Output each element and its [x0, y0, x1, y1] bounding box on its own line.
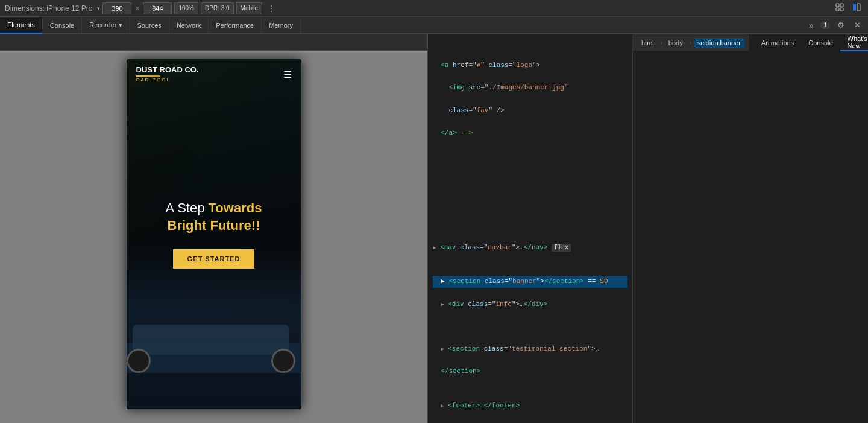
- preview-content: DUST ROAD CO. CAR POOL ☰ A Step Towards: [0, 51, 427, 423]
- svg-rect-0: [836, 4, 839, 7]
- panel-tab-console[interactable]: Console: [801, 34, 840, 51]
- svg-rect-1: [840, 4, 843, 7]
- tab-performance[interactable]: Performance: [209, 17, 262, 34]
- preview-pane: DUST ROAD CO. CAR POOL ☰ A Step Towards: [0, 34, 428, 423]
- tab-memory[interactable]: Memory: [262, 17, 301, 34]
- device-arrow[interactable]: ▾: [97, 5, 100, 11]
- breadcrumb-bar: html › body › section.banner: [633, 34, 749, 51]
- notification-badge: 1: [820, 21, 830, 29]
- get-started-button[interactable]: GET STARTED: [173, 249, 255, 269]
- devtools-more: » 1 ⚙ ✕: [802, 19, 868, 31]
- height-input[interactable]: [143, 2, 172, 14]
- breadcrumb-sep-1: ›: [660, 39, 662, 47]
- settings-icon[interactable]: ⚙: [835, 19, 847, 31]
- tab-console[interactable]: Console: [43, 17, 82, 34]
- svg-rect-4: [853, 4, 856, 11]
- dpr-button[interactable]: DPR: 3.0: [201, 2, 234, 14]
- breadcrumb-section-banner[interactable]: section.banner: [694, 38, 744, 48]
- dimension-separator: ×: [135, 4, 139, 13]
- svg-rect-2: [836, 8, 839, 11]
- dimensions-label: Dimensions: iPhone 12 Pro: [5, 4, 92, 13]
- hero-highlight: Towards: [209, 200, 262, 215]
- breadcrumb-html[interactable]: html: [638, 38, 658, 48]
- close-devtools-icon[interactable]: ✕: [852, 19, 863, 31]
- html-panel[interactable]: <a href="#" class="logo"> <img src="./Im…: [428, 34, 633, 423]
- svg-rect-5: [857, 4, 860, 11]
- more-options-icon[interactable]: ⋮: [265, 4, 278, 13]
- hero-text-2: Bright Future!!: [168, 218, 260, 233]
- tab-network[interactable]: Network: [169, 17, 209, 34]
- toggle-icon[interactable]: [850, 2, 863, 14]
- panel-tab-whatsnew[interactable]: What's New ✕: [840, 34, 868, 51]
- phone-inner: DUST ROAD CO. CAR POOL ☰ A Step Towards: [127, 59, 301, 409]
- phone-hero: A Step Towards Bright Future!! GET START…: [127, 59, 301, 409]
- hero-text: A Step Towards Bright Future!!: [166, 200, 262, 234]
- zoom-button[interactable]: 100%: [174, 2, 198, 14]
- tab-sources[interactable]: Sources: [130, 17, 169, 34]
- breadcrumb-sep-2: ›: [689, 39, 691, 47]
- svg-rect-3: [840, 8, 843, 11]
- html-code: <a href="#" class="logo"> <img src="./Im…: [428, 34, 632, 423]
- devtools-more-icon[interactable]: »: [807, 21, 816, 30]
- mobile-button[interactable]: Mobile: [236, 2, 262, 14]
- breadcrumb-body[interactable]: body: [665, 38, 687, 48]
- top-bar: Dimensions: iPhone 12 Pro ▾ × 100% DPR: …: [0, 0, 868, 17]
- tab-recorder[interactable]: Recorder ▾: [82, 17, 130, 34]
- whatsnew-label: What's New: [848, 35, 867, 49]
- main-content: DUST ROAD CO. CAR POOL ☰ A Step Towards: [0, 34, 868, 423]
- panel-tab-animations[interactable]: Animations: [754, 34, 801, 51]
- preview-toolbar: [0, 34, 427, 51]
- hero-text-1: A Step: [166, 200, 209, 215]
- width-input[interactable]: [102, 2, 131, 14]
- inspect-icon[interactable]: [833, 2, 846, 14]
- devtools-tabs: Elements Console Recorder ▾ Sources Netw…: [0, 17, 868, 34]
- devtools-inner-pane: <a href="#" class="logo"> <img src="./Im…: [428, 34, 868, 423]
- whatsnew-panel: Animations Console What's New ✕ Issues S…: [749, 34, 868, 51]
- phone-frame: DUST ROAD CO. CAR POOL ☰ A Step Towards: [127, 59, 301, 409]
- devtools-panels: <a href="#" class="logo"> <img src="./Im…: [428, 34, 868, 423]
- tab-elements[interactable]: Elements: [0, 17, 43, 34]
